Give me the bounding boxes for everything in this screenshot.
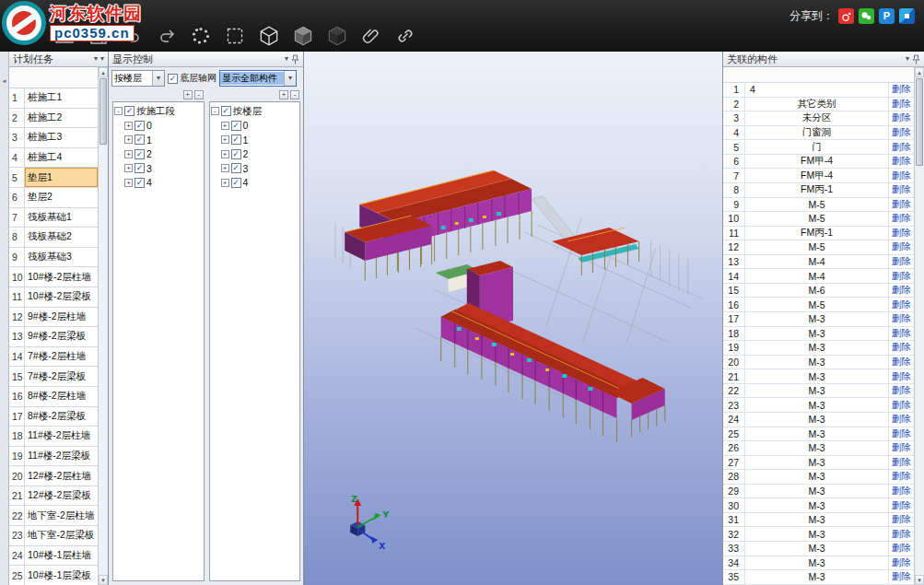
share-pengyou-icon[interactable]: P (879, 8, 895, 24)
expander-open-icon[interactable]: - (114, 107, 123, 115)
component-row[interactable]: 13 M-4 删除 (723, 255, 914, 270)
checkbox-checked-icon[interactable]: ✓ (135, 135, 145, 145)
tree-node[interactable]: + ✓ 2 (211, 147, 299, 162)
scroll-thumb[interactable] (916, 78, 923, 166)
expand-all-button[interactable]: + (279, 90, 288, 99)
delete-button[interactable]: 删除 (889, 298, 914, 311)
delete-button[interactable]: 删除 (889, 98, 914, 111)
checkbox-checked-icon[interactable]: ✓ (135, 163, 145, 173)
task-row[interactable]: 7 筏板基础1 (9, 208, 98, 228)
share-qzone-icon[interactable] (899, 8, 915, 24)
component-scrollbar[interactable]: ▲ ▼ (914, 67, 924, 585)
delete-button[interactable]: 删除 (889, 413, 914, 427)
component-row[interactable]: 10 M-5 删除 (723, 212, 914, 227)
delete-button[interactable]: 删除 (889, 570, 914, 584)
checkbox-checked-icon[interactable]: ✓ (231, 149, 241, 159)
component-row[interactable]: 3 未分区 删除 (723, 111, 914, 126)
task-scrollbar[interactable]: ▲ ▼ (98, 67, 108, 585)
component-row[interactable]: 20 M-3 删除 (723, 356, 914, 370)
expander-closed-icon[interactable]: + (221, 164, 229, 172)
delete-button[interactable]: 删除 (889, 398, 914, 412)
task-row[interactable]: 4 桩施工4 (9, 148, 98, 169)
task-row[interactable]: 16 8#楼-2层柱墙 (9, 387, 98, 407)
task-row[interactable]: 17 8#楼-2层梁板 (9, 407, 98, 427)
component-row[interactable]: 1 4 删除 (723, 83, 914, 98)
pin-icon[interactable] (912, 54, 920, 64)
delete-button[interactable]: 删除 (889, 513, 914, 527)
point-dots-icon[interactable] (188, 23, 213, 48)
expander-closed-icon[interactable]: + (221, 122, 229, 130)
delete-button[interactable]: 删除 (889, 198, 914, 212)
delete-button[interactable]: 删除 (889, 527, 914, 541)
component-row[interactable]: 12 M-5 删除 (723, 240, 914, 255)
delete-button[interactable]: 删除 (889, 212, 914, 226)
share-weibo-icon[interactable] (838, 8, 854, 24)
paperclip-icon[interactable] (358, 23, 383, 48)
task-row[interactable]: 12 9#楼-2层柱墙 (9, 308, 98, 328)
tree-node[interactable]: + ✓ 4 (211, 176, 299, 191)
delete-button[interactable]: 删除 (889, 441, 914, 455)
task-row[interactable]: 1 桩施工1 (9, 88, 98, 109)
checkbox-checked-icon[interactable]: ✓ (135, 149, 145, 159)
component-row[interactable]: 4 门窗洞 删除 (723, 126, 914, 141)
component-row[interactable]: 5 门 删除 (723, 140, 914, 155)
pin-icon[interactable] (291, 54, 299, 64)
task-row[interactable]: 21 12#楼-2层梁板 (9, 486, 98, 507)
collapse-strip[interactable]: ◂ (0, 52, 9, 585)
checkbox-checked-icon[interactable]: ✓ (231, 121, 241, 131)
scroll-thumb[interactable] (99, 78, 107, 145)
expander-closed-icon[interactable]: + (124, 164, 133, 172)
delete-button[interactable]: 删除 (889, 556, 914, 570)
component-row[interactable]: 17 M-3 删除 (723, 312, 914, 327)
component-row[interactable]: 33 M-3 删除 (723, 542, 914, 556)
share-wechat-icon[interactable] (859, 8, 874, 24)
task-row[interactable]: 3 桩施工3 (9, 128, 98, 148)
cube-dark-icon[interactable] (324, 23, 349, 48)
delete-button[interactable]: 删除 (889, 498, 914, 512)
component-row[interactable]: 9 M-5 删除 (723, 198, 914, 213)
tree-node[interactable]: + ✓ 0 (211, 119, 299, 134)
delete-button[interactable]: 删除 (889, 470, 914, 484)
tree-node[interactable]: + ✓ 1 (211, 133, 299, 147)
delete-button[interactable]: 删除 (889, 284, 914, 298)
cube-wireframe-icon[interactable] (256, 23, 281, 48)
tree-node[interactable]: + ✓ 3 (114, 161, 203, 176)
expand-all-button[interactable]: + (183, 90, 193, 99)
component-row[interactable]: 34 M-3 删除 (723, 556, 914, 571)
task-row[interactable]: 5 垫层1 (9, 168, 98, 188)
checkbox-checked-icon[interactable]: ✓ (221, 106, 231, 116)
expander-closed-icon[interactable]: + (124, 122, 133, 130)
scroll-down-icon[interactable]: ▼ (99, 575, 108, 585)
delete-button[interactable]: 删除 (889, 240, 914, 254)
component-row[interactable]: 8 FM丙-1 删除 (723, 183, 914, 198)
scroll-track[interactable] (915, 167, 924, 575)
tree-root[interactable]: - ✓ 按施工段 (114, 104, 203, 119)
link-icon[interactable] (392, 23, 417, 48)
tree-root[interactable]: - ✓ 按楼层 (211, 104, 299, 119)
checkbox-checked-icon[interactable]: ✓ (231, 135, 241, 145)
component-row[interactable]: 19 M-3 删除 (723, 341, 914, 356)
task-row[interactable]: 13 9#楼-2层梁板 (9, 327, 98, 347)
delete-button[interactable]: 删除 (889, 369, 914, 383)
expander-closed-icon[interactable]: + (124, 150, 133, 158)
chevron-down-icon[interactable]: ▾ (906, 55, 909, 63)
component-row[interactable]: 16 M-5 删除 (723, 298, 914, 312)
task-row[interactable]: 24 10#楼-1层柱墙 (9, 546, 98, 567)
task-row[interactable]: 22 地下室-2层柱墙 (9, 506, 98, 526)
delete-button[interactable]: 删除 (889, 126, 914, 140)
component-row[interactable]: 32 M-3 删除 (723, 527, 914, 542)
delete-button[interactable]: 删除 (889, 255, 914, 269)
task-row[interactable]: 9 筏板基础3 (9, 248, 98, 268)
scroll-up-icon[interactable]: ▲ (99, 67, 108, 77)
component-row[interactable]: 30 M-3 删除 (723, 498, 914, 513)
task-row[interactable]: 15 7#楼-2层梁板 (9, 367, 98, 387)
redo-icon[interactable] (154, 23, 179, 48)
delete-button[interactable]: 删除 (889, 227, 914, 240)
delete-button[interactable]: 删除 (889, 327, 914, 341)
checkbox-checked-icon[interactable]: ✓ (231, 163, 241, 173)
task-row[interactable]: 8 筏板基础2 (9, 228, 98, 248)
component-row[interactable]: 22 M-3 删除 (723, 384, 914, 399)
floor-mode-dropdown[interactable]: 按楼层 ▾ (111, 70, 165, 87)
task-row[interactable]: 2 桩施工2 (9, 109, 98, 129)
task-row[interactable]: 25 10#楼-1层梁板 (9, 566, 98, 585)
